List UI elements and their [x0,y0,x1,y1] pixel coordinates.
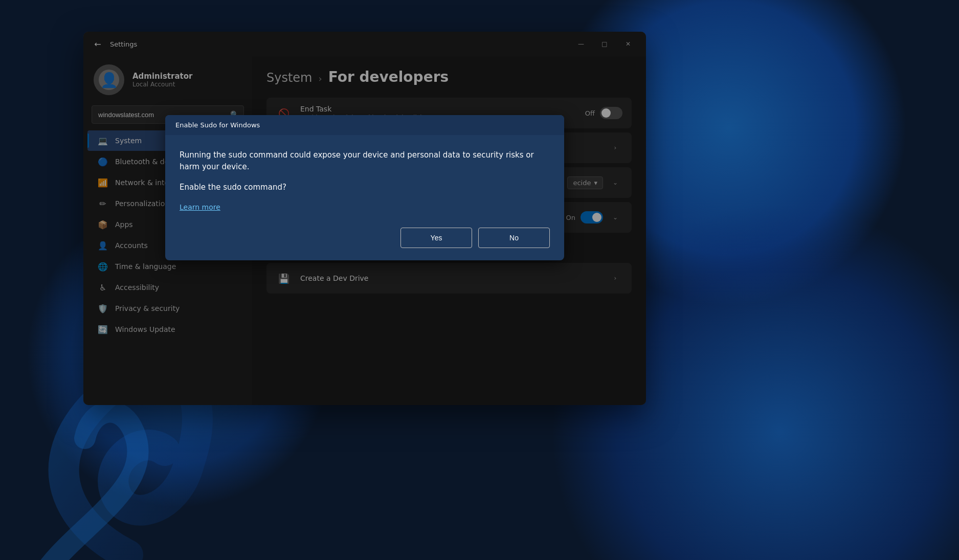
modal-title: Enable Sudo for Windows [175,121,260,129]
modal-title-bar: Enable Sudo for Windows [165,115,564,135]
modal-buttons: Yes No [180,228,550,248]
modal-warning-line2: harm your device. [180,162,250,171]
modal-question: Enable the sudo command? [180,183,550,192]
modal-yes-button[interactable]: Yes [400,228,472,248]
modal-dialog: Enable Sudo for Windows Running the sudo… [165,115,564,260]
modal-warning-text: Running the sudo command could expose yo… [180,149,550,172]
modal-warning-line1: Running the sudo command could expose yo… [180,150,534,160]
modal-overlay: Enable Sudo for Windows Running the sudo… [83,32,646,405]
modal-body: Running the sudo command could expose yo… [165,135,564,260]
modal-learn-more-link[interactable]: Learn more [180,203,220,211]
settings-window: ← Settings — □ ✕ 👤 Administrator Local A… [83,32,646,405]
modal-no-button[interactable]: No [478,228,550,248]
